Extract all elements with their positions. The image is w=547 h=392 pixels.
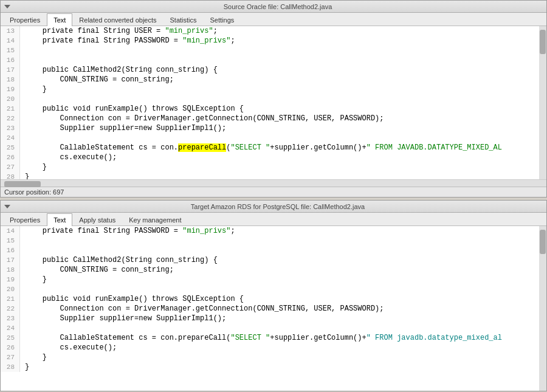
line-number: 22	[1, 114, 20, 123]
table-row: 27 }	[1, 352, 546, 362]
line-number: 13	[1, 26, 20, 36]
line-code: Connection con = DriverManager.getConnec…	[20, 114, 384, 123]
top-scrollbar-h[interactable]	[1, 179, 546, 187]
line-number: 19	[1, 275, 20, 284]
bottom-panel-tabs: Properties Text Apply status Key managem…	[1, 213, 546, 226]
line-number: 17	[1, 65, 20, 75]
tab-key-management[interactable]: Key management	[122, 213, 188, 226]
table-row: 24	[1, 133, 546, 143]
line-number: 27	[1, 162, 20, 172]
top-panel-title: Source Oracle file: CallMethod2.java	[13, 3, 543, 10]
line-code: public CallMethod2(String conn_string) {	[20, 255, 218, 265]
line-code: }	[20, 352, 47, 362]
top-panel-header: Source Oracle file: CallMethod2.java	[1, 1, 546, 13]
line-number: 16	[1, 246, 20, 255]
line-code: Supplier supplier=new SupplierImpl1();	[20, 123, 226, 133]
top-panel: Source Oracle file: CallMethod2.java Pro…	[0, 0, 547, 198]
collapse-icon[interactable]	[4, 5, 10, 9]
line-code: }	[20, 172, 29, 179]
line-code: public void runExample() throws SQLExcep…	[20, 294, 244, 304]
line-code: private final String USER = "min_privs";	[20, 26, 218, 36]
line-code: private final String PASSWORD = "min_pri…	[20, 36, 235, 46]
bottom-code-area: 14 private final String PASSWORD = "min_…	[1, 226, 546, 391]
line-code	[20, 133, 25, 143]
table-row: 18 CONN_STRING = conn_string;	[1, 75, 546, 84]
table-row: 21 public void runExample() throws SQLEx…	[1, 294, 546, 304]
table-row: 14 private final String PASSWORD = "min_…	[1, 36, 546, 46]
line-number: 16	[1, 55, 20, 65]
tab-properties-bottom[interactable]: Properties	[3, 213, 47, 226]
bottom-code-content[interactable]: 14 private final String PASSWORD = "min_…	[1, 226, 546, 391]
line-code: cs.execute();	[20, 343, 117, 352]
table-row: 25 CallableStatement cs = con.prepareCal…	[1, 143, 546, 153]
line-number: 18	[1, 75, 20, 84]
bottom-panel: Target Amazon RDS for PostgreSQL file: C…	[0, 200, 547, 391]
line-number: 23	[1, 314, 20, 323]
top-panel-tabs: Properties Text Related converted object…	[1, 13, 546, 26]
table-row: 21 public void runExample() throws SQLEx…	[1, 104, 546, 114]
line-number: 25	[1, 143, 20, 153]
line-code: Supplier supplier=new SupplierImpl1();	[20, 314, 226, 323]
line-code	[20, 236, 25, 246]
line-number: 28	[1, 172, 20, 179]
line-number: 21	[1, 294, 20, 304]
tab-text[interactable]: Text	[47, 13, 72, 26]
tab-settings[interactable]: Settings	[204, 13, 241, 26]
table-row: 27 }	[1, 162, 546, 172]
line-code	[20, 46, 25, 55]
line-code: CallableStatement cs = con.prepareCall("…	[20, 333, 502, 343]
bottom-panel-header: Target Amazon RDS for PostgreSQL file: C…	[1, 201, 546, 213]
table-row: 22 Connection con = DriverManager.getCon…	[1, 114, 546, 123]
line-number: 28	[1, 362, 20, 372]
table-row: 25 CallableStatement cs = con.prepareCal…	[1, 333, 546, 343]
line-code: public void runExample() throws SQLExcep…	[20, 104, 244, 114]
line-number: 23	[1, 123, 20, 133]
line-code: CONN_STRING = conn_string;	[20, 265, 174, 275]
line-number: 15	[1, 236, 20, 246]
top-code-content[interactable]: 13 private final String USER = "min_priv…	[1, 26, 546, 179]
line-number: 15	[1, 46, 20, 55]
tab-statistics[interactable]: Statistics	[163, 13, 204, 26]
line-number: 20	[1, 94, 20, 104]
bottom-scrollbar-v[interactable]	[539, 226, 546, 391]
table-row: 23 Supplier supplier=new SupplierImpl1()…	[1, 123, 546, 133]
line-number: 20	[1, 284, 20, 294]
table-row: 22 Connection con = DriverManager.getCon…	[1, 304, 546, 314]
line-code: cs.execute();	[20, 153, 117, 162]
table-row: 16	[1, 55, 546, 65]
table-row: 18 CONN_STRING = conn_string;	[1, 265, 546, 275]
table-row: 17 public CallMethod2(String conn_string…	[1, 65, 546, 75]
line-code: }	[20, 362, 29, 372]
table-row: 19 }	[1, 84, 546, 94]
collapse-icon-bottom[interactable]	[4, 205, 10, 208]
top-status-bar: Cursor position: 697	[1, 187, 546, 197]
tab-apply-status[interactable]: Apply status	[72, 213, 122, 226]
line-code: CallableStatement cs = con.prepareCall("…	[20, 143, 502, 153]
line-number: 19	[1, 84, 20, 94]
line-code	[20, 94, 25, 104]
line-code: }	[20, 162, 47, 172]
line-code: CONN_STRING = conn_string;	[20, 75, 174, 84]
tab-properties[interactable]: Properties	[3, 13, 47, 26]
line-code: }	[20, 84, 47, 94]
bottom-panel-title: Target Amazon RDS for PostgreSQL file: C…	[13, 203, 543, 210]
line-code: private final String PASSWORD = "min_pri…	[20, 226, 235, 236]
table-row: 23 Supplier supplier=new SupplierImpl1()…	[1, 314, 546, 323]
table-row: 17 public CallMethod2(String conn_string…	[1, 255, 546, 265]
table-row: 26 cs.execute();	[1, 153, 546, 162]
table-row: 20	[1, 94, 546, 104]
top-scrollbar-v[interactable]	[539, 26, 546, 179]
table-row: 16	[1, 246, 546, 255]
line-number: 26	[1, 343, 20, 352]
line-code	[20, 323, 25, 333]
line-code: Connection con = DriverManager.getConnec…	[20, 304, 384, 314]
line-number: 14	[1, 36, 20, 46]
line-number: 24	[1, 323, 20, 333]
tab-related[interactable]: Related converted objects	[72, 13, 163, 26]
table-row: 15	[1, 46, 546, 55]
tab-text-bottom[interactable]: Text	[47, 213, 72, 226]
table-row: 20	[1, 284, 546, 294]
line-number: 24	[1, 133, 20, 143]
line-number: 26	[1, 153, 20, 162]
line-code	[20, 284, 25, 294]
